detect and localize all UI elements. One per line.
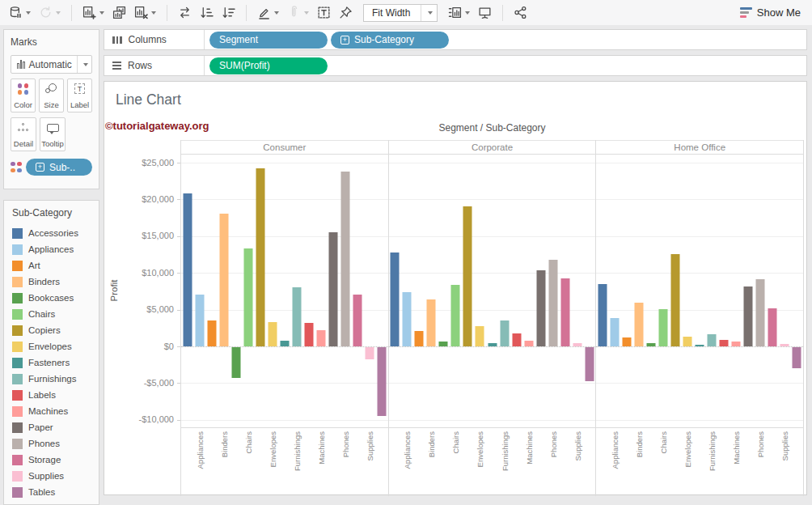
bar-corporate-supplies[interactable]: [573, 343, 582, 346]
y-axis[interactable]: Profit $25,000$20,000$15,000$10,000$5,00…: [104, 140, 180, 496]
color-button[interactable]: Color: [11, 79, 36, 112]
bar-consumer-envelopes[interactable]: [268, 322, 277, 346]
bar-home-office-art[interactable]: [622, 337, 631, 346]
chevron-down-icon[interactable]: [304, 11, 309, 15]
legend-item-supplies[interactable]: Supplies: [12, 468, 94, 484]
swap-rows-columns-icon[interactable]: [176, 4, 194, 21]
bar-home-office-binders[interactable]: [634, 303, 643, 346]
plot-area[interactable]: [596, 155, 803, 428]
sort-ascending-icon[interactable]: [197, 4, 216, 21]
bar-corporate-labels[interactable]: [512, 333, 521, 346]
bar-home-office-fasteners[interactable]: [696, 345, 704, 346]
share-icon[interactable]: [511, 4, 530, 21]
chevron-down-icon[interactable]: [421, 5, 437, 21]
bar-corporate-paper[interactable]: [536, 270, 545, 346]
show-mark-labels-icon[interactable]: [446, 4, 472, 21]
size-button[interactable]: Size: [39, 79, 64, 112]
bar-consumer-furnishings[interactable]: [292, 287, 301, 346]
bar-consumer-bookcases[interactable]: [231, 347, 240, 378]
legend-item-tables[interactable]: Tables: [12, 484, 94, 500]
presentation-mode-icon[interactable]: [476, 4, 494, 21]
color-subcategory-pill[interactable]: +Sub-..: [26, 159, 92, 176]
bar-corporate-furnishings[interactable]: [500, 320, 509, 346]
columns-shelf[interactable]: Columns Segment+Sub-Category: [104, 29, 807, 50]
bar-corporate-fasteners[interactable]: [488, 343, 497, 346]
bar-consumer-machines[interactable]: [316, 330, 325, 346]
label-button[interactable]: T Label: [67, 79, 92, 112]
legend-item-copiers[interactable]: Copiers: [12, 322, 94, 338]
bar-consumer-copiers[interactable]: [256, 168, 264, 346]
duplicate-sheet-icon[interactable]: [110, 4, 129, 21]
chevron-down-icon[interactable]: [26, 11, 31, 15]
bar-consumer-paper[interactable]: [328, 232, 337, 346]
segment-pill[interactable]: Segment: [209, 32, 328, 49]
bar-home-office-labels[interactable]: [720, 340, 729, 346]
legend-item-appliances[interactable]: Appliances: [12, 241, 94, 257]
bar-corporate-storage[interactable]: [560, 278, 569, 346]
bar-corporate-appliances[interactable]: [403, 292, 412, 346]
bar-corporate-tables[interactable]: [585, 347, 594, 381]
plot-area[interactable]: [181, 155, 388, 428]
tooltip-button[interactable]: Tooltip: [40, 117, 66, 151]
bar-home-office-supplies[interactable]: [780, 344, 789, 346]
bar-home-office-envelopes[interactable]: [683, 337, 692, 346]
chevron-down-icon[interactable]: [56, 11, 61, 15]
legend-item-envelopes[interactable]: Envelopes: [12, 338, 94, 354]
data-source-icon[interactable]: [6, 4, 33, 21]
sum-profit--pill[interactable]: SUM(Profit): [209, 57, 328, 74]
bar-home-office-bookcases[interactable]: [647, 343, 656, 346]
bar-home-office-paper[interactable]: [744, 286, 753, 346]
legend-item-bookcases[interactable]: Bookcases: [12, 290, 94, 306]
bar-home-office-appliances[interactable]: [610, 318, 619, 346]
chevron-down-icon[interactable]: [99, 11, 104, 15]
bar-corporate-phones[interactable]: [548, 260, 557, 346]
bar-consumer-fasteners[interactable]: [280, 341, 289, 346]
fix-axes-icon[interactable]: [336, 4, 355, 21]
expand-icon[interactable]: +: [340, 36, 349, 45]
bar-consumer-appliances[interactable]: [195, 295, 204, 346]
legend-item-labels[interactable]: Labels: [12, 387, 94, 403]
bar-consumer-labels[interactable]: [304, 323, 313, 346]
mark-type-dropdown[interactable]: Automatic: [11, 55, 92, 74]
bar-home-office-chairs[interactable]: [659, 309, 668, 346]
legend-item-phones[interactable]: Phones: [12, 435, 94, 452]
legend-item-accessories[interactable]: Accessories: [12, 225, 94, 241]
bar-consumer-binders[interactable]: [219, 214, 228, 346]
bar-corporate-accessories[interactable]: [391, 252, 400, 346]
bar-consumer-supplies[interactable]: [366, 347, 374, 359]
bar-corporate-machines[interactable]: [524, 341, 533, 346]
chevron-down-icon[interactable]: [274, 11, 279, 15]
refresh-icon[interactable]: [36, 4, 63, 21]
legend-item-fasteners[interactable]: Fasteners: [12, 354, 94, 371]
chevron-down-icon[interactable]: [77, 56, 91, 73]
bar-corporate-binders[interactable]: [427, 299, 436, 346]
plot-area[interactable]: [389, 155, 596, 428]
bar-home-office-phones[interactable]: [756, 279, 765, 346]
sort-descending-icon[interactable]: [219, 4, 238, 21]
bar-consumer-phones[interactable]: [341, 172, 350, 346]
fit-width-select[interactable]: Fit Width: [363, 4, 438, 22]
legend-item-chairs[interactable]: Chairs: [12, 306, 94, 322]
clear-sheet-icon[interactable]: [132, 4, 159, 21]
bar-consumer-accessories[interactable]: [183, 193, 192, 346]
bar-consumer-tables[interactable]: [378, 347, 387, 416]
bar-home-office-furnishings[interactable]: [708, 334, 717, 346]
bar-corporate-chairs[interactable]: [451, 285, 460, 346]
legend-item-furnishings[interactable]: Furnishings: [12, 371, 94, 387]
text-label-icon[interactable]: [315, 4, 333, 21]
rows-shelf[interactable]: Rows SUM(Profit): [104, 55, 807, 76]
group-members-icon[interactable]: [285, 4, 311, 21]
chevron-down-icon[interactable]: [465, 11, 470, 15]
legend-item-storage[interactable]: Storage: [12, 452, 94, 468]
sub-category-pill[interactable]: +Sub-Category: [331, 32, 449, 49]
bar-consumer-chairs[interactable]: [243, 248, 252, 346]
bar-corporate-bookcases[interactable]: [439, 342, 448, 346]
bar-consumer-storage[interactable]: [353, 295, 362, 346]
bar-consumer-art[interactable]: [207, 320, 216, 346]
bar-home-office-machines[interactable]: [732, 342, 741, 346]
chevron-down-icon[interactable]: [151, 11, 156, 15]
bar-corporate-art[interactable]: [415, 331, 424, 346]
expand-icon[interactable]: +: [36, 163, 44, 172]
new-worksheet-icon[interactable]: [80, 4, 107, 21]
bar-corporate-envelopes[interactable]: [476, 326, 484, 346]
